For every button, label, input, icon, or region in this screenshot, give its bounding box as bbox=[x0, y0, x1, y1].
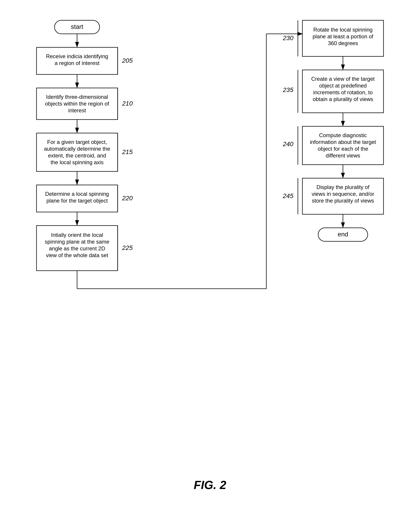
node-245-line3: store the plurality of views bbox=[312, 198, 374, 204]
node-240-line4: different views bbox=[326, 153, 360, 159]
step-220: 220 bbox=[122, 195, 133, 202]
node-245-line2: views in sequence, and/or bbox=[312, 191, 374, 197]
node-245-line1: Display the plurality of bbox=[317, 184, 369, 190]
node-230-line1: Rotate the local spinning bbox=[313, 27, 373, 33]
node-230-line3: 360 degrees bbox=[328, 40, 358, 46]
step-245: 245 bbox=[283, 192, 293, 199]
diagram-container: start Receive indicia identifying a regi… bbox=[0, 0, 420, 496]
node-205-line2: a region of interest bbox=[55, 60, 100, 66]
node-210-line2: objects within the region of bbox=[45, 101, 109, 107]
node-215-line1: For a given target object, bbox=[47, 139, 107, 145]
node-235-line1: Create a view of the target bbox=[311, 76, 375, 82]
node-220-line2: plane for the target object bbox=[46, 198, 108, 204]
node-205-line1: Receive indicia identifying bbox=[46, 53, 108, 59]
start-label: start bbox=[71, 23, 83, 30]
flowchart-svg: start Receive indicia identifying a regi… bbox=[18, 14, 402, 465]
node-225-line1: Intially orient the local bbox=[51, 232, 103, 238]
figure-label: FIG. 2 bbox=[18, 478, 402, 492]
node-225-line2: spinning plane at the same bbox=[45, 239, 110, 245]
node-235-line2: object at predefined bbox=[319, 83, 367, 89]
step-240: 240 bbox=[283, 140, 293, 147]
node-235-line4: obtain a plurality of views bbox=[313, 96, 373, 102]
node-215-line3: extent, the centroid, and bbox=[48, 153, 106, 159]
flowchart: start Receive indicia identifying a regi… bbox=[18, 14, 402, 465]
node-240-line2: information about the target bbox=[310, 139, 376, 145]
node-215-line2: automatically determine the bbox=[44, 146, 110, 152]
node-230-line2: plane at least a portion of bbox=[313, 33, 373, 39]
node-210-line1: Identify three-dimensional bbox=[46, 94, 108, 100]
step-230: 230 bbox=[283, 34, 293, 41]
node-225-line4: view of the whole data set bbox=[46, 252, 108, 258]
node-225-line3: angle as the current 2D bbox=[49, 245, 105, 251]
step-215: 215 bbox=[122, 148, 133, 155]
node-210-line3: interest bbox=[68, 107, 86, 113]
node-235-line3: increments of rotation, to bbox=[313, 89, 373, 95]
node-215-line4: the local spinning axis bbox=[51, 159, 104, 165]
node-240-line1: Compute diagnostic bbox=[319, 132, 367, 138]
node-240-line3: object for each of the bbox=[318, 146, 368, 152]
step-225: 225 bbox=[122, 244, 133, 251]
step-235: 235 bbox=[283, 86, 293, 93]
step-210: 210 bbox=[122, 100, 133, 107]
end-label: end bbox=[338, 231, 348, 238]
step-205: 205 bbox=[122, 57, 133, 64]
node-220-line1: Determine a local spinning bbox=[45, 191, 109, 197]
